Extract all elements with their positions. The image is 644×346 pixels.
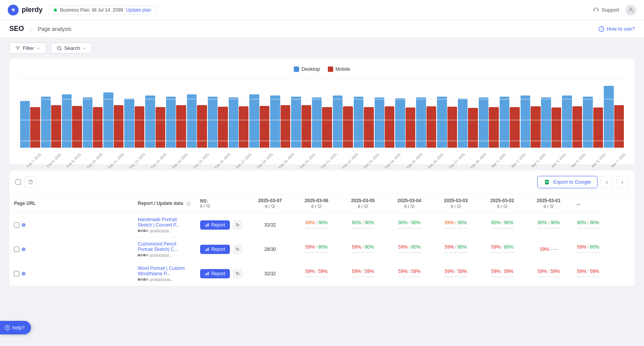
score-a-small: ────: [398, 275, 408, 279]
chart-legend: Desktop Mobile: [17, 66, 627, 72]
info-icon: [186, 201, 191, 206]
score-b-small: ────: [457, 251, 468, 254]
how-to-use-label: How to use?: [607, 26, 635, 32]
date3-label: 2025-03-05: [351, 198, 375, 203]
mobile-bar: [531, 106, 540, 148]
mobile-bar: [197, 105, 207, 148]
score-b-small: ────: [411, 226, 421, 230]
svg-rect-10: [546, 182, 548, 182]
how-to-use-link[interactable]: How to use?: [598, 26, 635, 32]
score-sep: /: [455, 244, 456, 250]
bar-group: [437, 97, 457, 148]
toolbar: Filter Search: [0, 38, 644, 58]
score-sep: /: [550, 247, 552, 252]
mobile-bar: [260, 106, 269, 148]
row-checkbox[interactable]: [14, 222, 19, 228]
svg-rect-20: [205, 274, 206, 275]
search-button[interactable]: Search: [51, 43, 92, 54]
ns-cell: 32/32: [247, 213, 293, 237]
col-date-2: 2025-03-06 0 / 🗨: [293, 194, 340, 213]
score-b: 90%: [411, 220, 420, 225]
url-title[interactable]: Customized Pencil Portrait Sketch| C...: [138, 241, 191, 252]
chart-date-label: Feb 23, 2025: [363, 152, 380, 170]
col-date-7: 2025-03-01 0 / 🗨: [526, 194, 572, 213]
user-avatar[interactable]: [625, 5, 636, 15]
bar-group: [270, 95, 290, 148]
score-b: —: [553, 247, 557, 252]
plan-badge: Business Plan, till Jul 14, 2099 Update …: [49, 5, 156, 15]
bar-group: [583, 97, 603, 148]
score-cell-d6: 90% / 90% ──── / ────: [526, 213, 572, 237]
bar-group: [500, 97, 520, 148]
score-b: 59%: [457, 269, 467, 274]
mobile-bar: [301, 105, 311, 148]
score-b-small: ────: [550, 275, 560, 279]
score-b-small: ────: [365, 251, 375, 254]
more-options-cell: [604, 261, 635, 286]
data-table: Page URL Report / Update data NS: 0 / 🗨: [9, 194, 635, 286]
support-button[interactable]: Support: [593, 7, 619, 13]
update-plan-link[interactable]: Update plan: [126, 7, 151, 13]
desktop-bar: [395, 98, 405, 148]
score-sep: /: [316, 269, 317, 274]
bar-group: [41, 97, 61, 148]
filter-button[interactable]: Filter: [9, 43, 46, 54]
topnav-right: Support: [593, 5, 636, 15]
desktop-bar: [83, 97, 92, 148]
score-b-small: ────: [457, 275, 468, 279]
bar-group: [395, 98, 415, 148]
chart-date-label: Feb 8, 2025: [46, 152, 62, 169]
score-a-small: ────: [444, 251, 454, 254]
next-page-button[interactable]: ›: [616, 176, 629, 188]
prev-page-button[interactable]: ‹: [601, 176, 613, 188]
score-sep: /: [409, 244, 410, 250]
col-ns: NS: 0 / 🗨: [195, 194, 247, 213]
score-a-small: ────: [577, 275, 587, 279]
row-color-dot: [22, 247, 26, 251]
mobile-bar: [114, 105, 123, 148]
report-button[interactable]: Report: [200, 220, 230, 230]
score-a-small: ────: [351, 251, 361, 254]
report-button[interactable]: Report: [200, 245, 230, 254]
score-a: 90%: [352, 220, 361, 225]
date2-label: 2025-03-06: [305, 198, 328, 203]
score-cell-d1: 69% / 90% ──── / ────: [293, 213, 340, 237]
bar-group: [562, 95, 582, 148]
desktop-bar: [20, 101, 30, 148]
score-b-small: ────: [590, 275, 600, 279]
desktop-bar: [333, 95, 343, 148]
trash-icon: [28, 179, 33, 185]
bar-group: [416, 97, 436, 148]
refresh-button[interactable]: ↻: [233, 220, 242, 230]
score-b: 59%: [550, 269, 560, 274]
filter-label: Filter: [23, 45, 34, 51]
table-row: Word Portrait | Custom Word/Name P... pr…: [9, 261, 635, 286]
score-b: 90%: [504, 220, 513, 225]
select-all-checkbox[interactable]: [15, 179, 21, 185]
filter-icon: [15, 46, 21, 51]
score-a-small: ────: [491, 226, 501, 230]
url-title[interactable]: Handmade Portrait Sketch | Convert P...: [138, 217, 191, 228]
delete-button[interactable]: [25, 176, 36, 188]
chart-section: Desktop Mobile Feb 7, 2025Feb 8, 2025Feb…: [9, 58, 635, 164]
score-a: 90%: [398, 220, 408, 225]
url-title[interactable]: Word Portrait | Custom Word/Name P...: [138, 266, 191, 276]
breadcrumb-separator: |: [30, 26, 31, 32]
export-google-button[interactable]: Export to Google: [537, 176, 598, 188]
row-checkbox[interactable]: [14, 271, 19, 276]
page-title: SEO: [9, 25, 24, 33]
bar-group: [20, 101, 40, 148]
row-checkbox[interactable]: [14, 247, 19, 252]
score-sep: /: [502, 220, 503, 225]
score-a-small: ────: [305, 275, 315, 279]
refresh-button[interactable]: ↻: [233, 269, 242, 278]
score-a: 59%: [491, 269, 500, 274]
chart-labels: Feb 7, 2025Feb 8, 2025Feb 9, 2025Feb 10,…: [17, 149, 627, 157]
refresh-button[interactable]: ↻: [233, 245, 242, 254]
score-sep: /: [362, 220, 363, 225]
chart-date-label: Feb 24, 2025: [384, 152, 402, 170]
bar-group: [166, 97, 186, 148]
score-sep: /: [316, 244, 317, 250]
desktop-bar: [229, 97, 238, 148]
report-button[interactable]: Report: [200, 269, 230, 278]
